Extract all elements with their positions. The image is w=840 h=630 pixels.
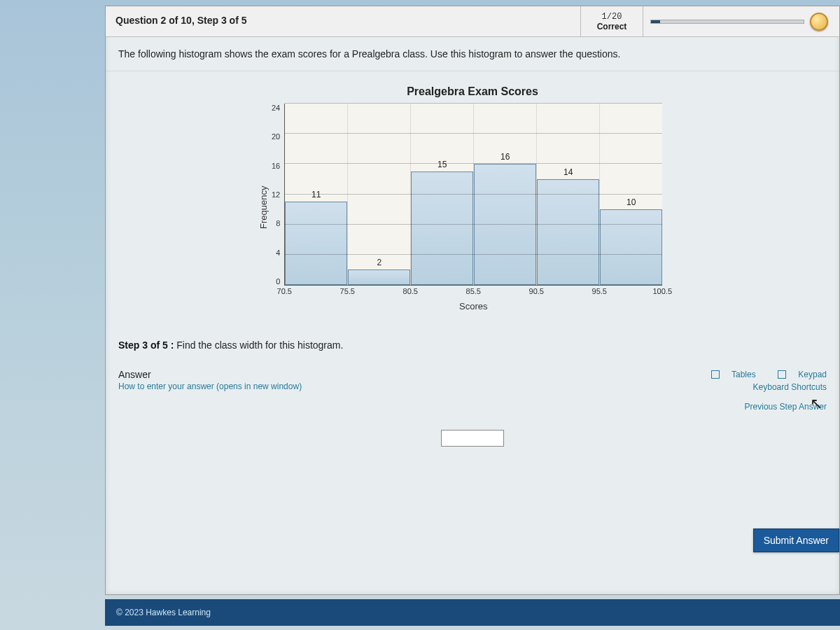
x-tick: 80.5	[403, 287, 418, 295]
x-tick: 75.5	[340, 287, 355, 295]
keypad-icon	[778, 370, 786, 379]
bar-value-label: 16	[475, 152, 536, 162]
step-label-bold: Step 3 of 5 :	[118, 340, 174, 351]
histogram-bar: 15	[411, 104, 474, 285]
previous-step-link[interactable]: Previous Step Answer	[692, 402, 827, 412]
table-icon	[711, 370, 720, 379]
y-tick: 0	[276, 277, 280, 286]
chart-title: Prealgebra Exam Scores	[255, 85, 690, 98]
how-to-enter-link[interactable]: How to enter your answer (opens in new w…	[118, 382, 302, 391]
question-instructions: The following histogram shows the exam s…	[106, 37, 839, 71]
x-tick: 85.5	[466, 287, 481, 295]
answer-heading: Answer	[118, 369, 302, 380]
keyboard-shortcuts-link[interactable]: Keyboard Shortcuts	[692, 382, 827, 392]
x-tick: 95.5	[592, 287, 607, 295]
histogram-bar: 2	[348, 104, 411, 285]
help-button[interactable]	[810, 13, 828, 31]
score-box: 1/20 Correct	[580, 6, 643, 36]
tables-link[interactable]: Tables	[701, 370, 756, 379]
footer-copyright: © 2023 Hawkes Learning	[105, 599, 840, 626]
x-tick: 100.5	[652, 287, 672, 295]
main-panel: Question 2 of 10, Step 3 of 5 1/20 Corre…	[105, 6, 840, 595]
keypad-link[interactable]: Keypad	[768, 370, 827, 379]
progress-bar	[650, 20, 804, 24]
progress-area	[643, 6, 839, 36]
y-tick: 12	[272, 190, 280, 199]
y-tick: 20	[272, 132, 280, 141]
header-row: Question 2 of 10, Step 3 of 5 1/20 Corre…	[106, 6, 839, 37]
x-tick: 70.5	[277, 287, 292, 295]
bar-value-label: 14	[538, 167, 598, 177]
bar-value-label: 2	[349, 258, 410, 267]
step-label-text: Find the class width for this histogram.	[174, 340, 343, 351]
histogram-bar: 11	[285, 104, 348, 285]
histogram-bar: 10	[600, 104, 662, 285]
histogram-bar: 16	[474, 104, 537, 285]
progress-fill	[651, 20, 660, 23]
histogram-plot: 11215161410	[284, 104, 662, 286]
chart-zone: Prealgebra Exam Scores Frequency 2420161…	[106, 71, 839, 318]
bar-value-label: 15	[412, 160, 472, 169]
bar-value-label: 10	[601, 197, 662, 207]
y-tick: 4	[276, 248, 280, 257]
question-step-label: Question 2 of 10, Step 3 of 5	[106, 6, 580, 36]
y-axis-label: Frequency	[255, 104, 272, 312]
score-fraction: 1/20	[602, 12, 622, 22]
answer-section: Answer How to enter your answer (opens i…	[106, 358, 839, 416]
step-prompt: Step 3 of 5 : Find the class width for t…	[106, 318, 839, 358]
y-tick: 24	[272, 104, 280, 112]
y-tick: 8	[276, 219, 280, 227]
x-axis-ticks: 70.575.580.585.590.595.5100.5	[284, 286, 662, 298]
bar-value-label: 11	[286, 190, 346, 200]
score-status: Correct	[597, 22, 627, 31]
y-axis-ticks: 24201612840	[272, 104, 284, 286]
y-tick: 16	[272, 162, 280, 170]
x-axis-label: Scores	[284, 301, 662, 312]
histogram-bar: 14	[537, 104, 600, 285]
submit-answer-button[interactable]: Submit Answer	[753, 528, 839, 552]
answer-input[interactable]	[441, 430, 504, 447]
x-tick: 90.5	[529, 287, 544, 295]
